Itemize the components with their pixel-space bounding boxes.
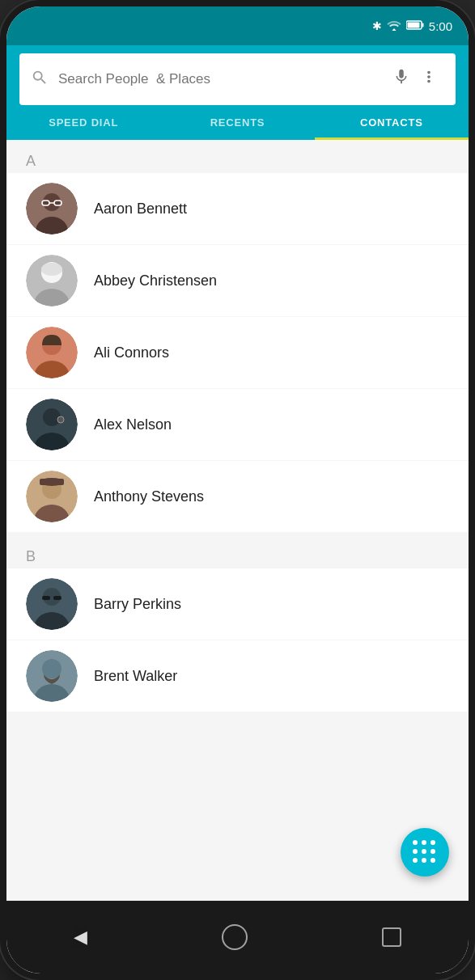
search-icon (31, 69, 49, 91)
svg-point-12 (41, 263, 62, 276)
avatar-barry-perkins (26, 578, 78, 630)
contact-barry-perkins[interactable]: Barry Perkins (6, 568, 469, 640)
contact-name-barry-perkins: Barry Perkins (94, 596, 181, 613)
more-options-icon[interactable] (420, 68, 438, 91)
contact-name-ali-connors: Ali Connors (94, 344, 169, 361)
contact-name-brent-walker: Brent Walker (94, 668, 177, 685)
status-icons: ✱ 5:00 (372, 19, 452, 33)
contact-ali-connors[interactable]: Ali Connors (6, 317, 469, 388)
svg-point-19 (57, 416, 64, 423)
microphone-icon[interactable] (392, 68, 410, 91)
avatar-alex-nelson (26, 399, 78, 450)
svg-point-31 (42, 659, 61, 678)
avatar-aaron-bennett (26, 183, 78, 234)
home-button[interactable] (222, 924, 248, 950)
search-input-wrapper[interactable] (19, 53, 456, 105)
contact-name-alex-nelson: Alex Nelson (94, 416, 172, 433)
back-button[interactable]: ◀ (74, 927, 87, 948)
avatar-ali-connors (26, 327, 78, 378)
tabs: SPEED DIAL RECENTS CONTACTS (6, 105, 469, 140)
status-time: 5:00 (429, 19, 452, 33)
contact-alex-nelson[interactable]: Alex Nelson (6, 389, 469, 460)
contact-anthony-stevens[interactable]: Anthony Stevens (6, 461, 469, 532)
search-bar (6, 45, 469, 105)
dialpad-icon (413, 840, 437, 864)
search-input[interactable] (58, 71, 370, 87)
section-a: A Aaron Bennett (6, 140, 469, 532)
bluetooth-icon: ✱ (372, 19, 382, 32)
avatar-abbey-christensen (26, 255, 78, 306)
contact-name-aaron-bennett: Aaron Bennett (94, 201, 187, 218)
avatar-anthony-stevens (26, 471, 78, 522)
svg-rect-1 (422, 23, 423, 27)
tab-recents[interactable]: RECENTS (160, 105, 314, 140)
section-letter-a: A (26, 153, 50, 170)
tab-speed-dial[interactable]: SPEED DIAL (6, 105, 160, 140)
dialpad-fab[interactable] (401, 828, 449, 877)
wifi-icon (387, 19, 401, 33)
avatar-brent-walker (26, 650, 78, 702)
section-letter-b: B (26, 548, 50, 565)
contacts-list: A Aaron Bennett (6, 140, 469, 779)
contact-name-anthony-stevens: Anthony Stevens (94, 488, 204, 505)
contact-name-abbey-christensen: Abbey Christensen (94, 272, 217, 289)
svg-rect-24 (40, 479, 64, 485)
section-b: B Barry Perkins (6, 535, 469, 712)
contact-aaron-bennett[interactable]: Aaron Bennett (6, 173, 469, 244)
recents-button[interactable] (382, 927, 401, 947)
phone-frame: ✱ 5:00 (0, 0, 475, 980)
battery-icon (406, 19, 424, 32)
contact-brent-walker[interactable]: Brent Walker (6, 640, 469, 712)
nav-bar: ◀ (6, 901, 469, 974)
svg-rect-29 (53, 596, 61, 600)
svg-point-4 (43, 193, 61, 211)
svg-rect-28 (42, 596, 50, 600)
contact-abbey-christensen[interactable]: Abbey Christensen (6, 245, 469, 316)
section-header-a: A (6, 140, 469, 173)
search-actions (380, 61, 444, 97)
section-header-b: B (6, 535, 469, 568)
status-bar: ✱ 5:00 (6, 6, 469, 45)
svg-rect-2 (407, 23, 419, 28)
tab-contacts[interactable]: CONTACTS (315, 105, 469, 140)
